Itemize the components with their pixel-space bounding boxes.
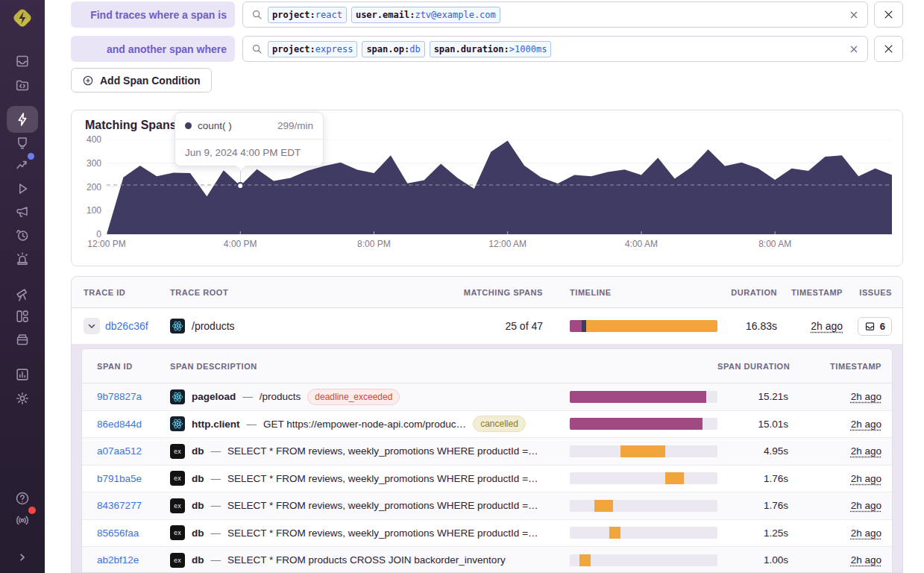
- search-icon: [251, 43, 263, 54]
- express-platform-icon: ex: [170, 525, 185, 540]
- span-duration-bar: [570, 418, 717, 430]
- span-search-input-1[interactable]: project:reactuser.email:ztv@example.com: [242, 1, 868, 28]
- span-op: db: [192, 527, 204, 539]
- tooltip-series-label: count( ): [198, 120, 232, 131]
- span-op: db: [192, 473, 204, 484]
- svg-text:ex: ex: [174, 557, 181, 564]
- span-id-link[interactable]: 85656faa: [97, 527, 139, 539]
- add-span-condition-button[interactable]: Add Span Condition: [71, 68, 212, 93]
- sidebar-item-siren[interactable]: [12, 248, 33, 269]
- sidebar-item-broadcast[interactable]: [12, 510, 33, 530]
- span-timestamp[interactable]: 2h ago: [851, 391, 881, 402]
- trace-timestamp[interactable]: 2h ago: [811, 320, 843, 332]
- play-icon: [14, 181, 31, 197]
- clear-search-icon[interactable]: [848, 43, 860, 55]
- filter-token[interactable]: project:express: [268, 41, 357, 57]
- filter-token[interactable]: project:react: [268, 7, 347, 23]
- remove-condition-button-2[interactable]: [874, 36, 903, 62]
- sidebar-item-projector[interactable]: [12, 132, 33, 153]
- span-duration-bar: [570, 554, 717, 566]
- help-circle-icon: [14, 490, 31, 507]
- span-id-link[interactable]: 84367277: [97, 500, 142, 511]
- sidebar-item-telescope[interactable]: [12, 284, 33, 304]
- sidebar-item-layout[interactable]: [12, 306, 33, 327]
- span-description: GET https://empower-node-api.com/produc…: [263, 419, 466, 430]
- filter-token[interactable]: span.op:db: [362, 41, 424, 57]
- filter-token[interactable]: span.duration:>1000ms: [430, 41, 552, 57]
- trace-row[interactable]: db26c36f /products 25 of 47 16.83s 2h ag…: [72, 308, 902, 344]
- chart-title: Matching Spans: [85, 119, 177, 132]
- chart-tooltip: count( ) 299/min Jun 9, 2024 4:00 PM EDT: [175, 112, 324, 166]
- x-axis-tick: 8:00 AM: [758, 239, 791, 249]
- span-duration-bar: [570, 500, 717, 512]
- sidebar-item-inbox[interactable]: [12, 51, 33, 72]
- close-icon: [883, 9, 894, 20]
- span-id-link[interactable]: ab2bf12e: [97, 554, 139, 566]
- megaphone-icon: [14, 204, 31, 220]
- span-description: SELECT * FROM products CROSS JOIN backor…: [227, 554, 506, 566]
- sidebar-item-gear[interactable]: [12, 388, 33, 409]
- span-timestamp[interactable]: 2h ago: [851, 473, 881, 484]
- span-timestamp[interactable]: 2h ago: [851, 445, 881, 457]
- span-row[interactable]: 84367277 ex db — SELECT * FROM reviews, …: [82, 492, 892, 520]
- span-description: SELECT * FROM reviews, weekly_promotions…: [227, 527, 538, 539]
- gear-icon: [14, 390, 31, 407]
- span-row[interactable]: 86ed844d http.client — GET https://empow…: [82, 411, 892, 439]
- close-icon: [883, 43, 894, 54]
- span-id-link[interactable]: b791ba5e: [97, 473, 142, 484]
- sidebar-item-play[interactable]: [12, 178, 33, 199]
- sidebar-item-clock-rewind[interactable]: [12, 225, 33, 245]
- span-id-link[interactable]: 86ed844d: [97, 419, 142, 430]
- sidebar-item-megaphone[interactable]: [12, 201, 33, 222]
- span-row[interactable]: 9b78827a pageload — /productsdeadline_ex…: [82, 383, 892, 411]
- chevron-right-icon: [14, 549, 31, 566]
- span-id-link[interactable]: a07aa512: [97, 445, 142, 457]
- inbox-icon: [14, 53, 31, 69]
- code-folder-icon: [14, 77, 31, 93]
- span-timestamp[interactable]: 2h ago: [851, 419, 881, 430]
- span-row[interactable]: ab2bf12e ex db — SELECT * FROM products …: [82, 547, 892, 573]
- trace-issues-button[interactable]: 6: [858, 317, 892, 336]
- trace-id-link[interactable]: db26c36f: [105, 320, 148, 332]
- sentry-logo[interactable]: [9, 4, 36, 31]
- sidebar-item-help-circle[interactable]: [12, 488, 33, 509]
- col-issues: ISSUES: [843, 288, 892, 297]
- sidebar-item-bar-chart[interactable]: [12, 364, 33, 385]
- remove-condition-button-1[interactable]: [874, 1, 903, 28]
- sidebar-item-chevron-right[interactable]: [12, 547, 33, 568]
- svg-text:ex: ex: [174, 475, 181, 483]
- span-row[interactable]: 85656faa ex db — SELECT * FROM reviews, …: [82, 520, 892, 548]
- span-row[interactable]: a07aa512 ex db — SELECT * FROM reviews, …: [82, 438, 892, 466]
- span-timestamp[interactable]: 2h ago: [851, 527, 881, 539]
- span-op: db: [192, 554, 204, 566]
- span-description: /products: [260, 391, 301, 402]
- span-duration: 15.21s: [717, 391, 788, 402]
- span-duration: 1.25s: [717, 527, 788, 539]
- telescope-icon: [14, 286, 31, 302]
- chart-line-icon: [14, 157, 31, 173]
- notification-dot: [28, 507, 36, 514]
- sidebar-item-chart-line[interactable]: [12, 154, 33, 175]
- collapse-trace-button[interactable]: [84, 318, 100, 334]
- span-id-link[interactable]: 9b78827a: [97, 391, 142, 402]
- sidebar-item-code-folder[interactable]: [12, 75, 33, 96]
- span-status-badge: deadline_exceeded: [307, 389, 400, 405]
- sidebar-item-lightning[interactable]: [12, 109, 33, 130]
- traces-table-header: TRACE ID TRACE ROOT MATCHING SPANS TIMEL…: [72, 277, 902, 308]
- span-search-input-2[interactable]: project:expressspan.op:dbspan.duration:>…: [242, 36, 868, 62]
- col-duration: DURATION: [717, 288, 777, 297]
- span-row[interactable]: b791ba5e ex db — SELECT * FROM reviews, …: [82, 466, 892, 493]
- archive-box-icon: [14, 331, 31, 348]
- expanded-trace-section: SPAN ID SPAN DESCRIPTION SPAN DURATION T…: [72, 344, 902, 573]
- clear-search-icon[interactable]: [848, 9, 860, 21]
- sidebar-item-archive-box[interactable]: [12, 329, 33, 350]
- span-duration: 4.95s: [717, 445, 788, 457]
- span-timestamp[interactable]: 2h ago: [851, 554, 881, 566]
- x-axis-tick: 4:00 AM: [625, 239, 658, 249]
- x-axis-tick: 12:00 PM: [87, 239, 125, 249]
- span-timestamp[interactable]: 2h ago: [851, 500, 881, 511]
- layout-icon: [14, 308, 31, 325]
- x-axis-tick: 8:00 PM: [357, 239, 391, 249]
- query-label-another-span: and another span where: [71, 36, 235, 62]
- filter-token[interactable]: user.email:ztv@example.com: [351, 7, 500, 23]
